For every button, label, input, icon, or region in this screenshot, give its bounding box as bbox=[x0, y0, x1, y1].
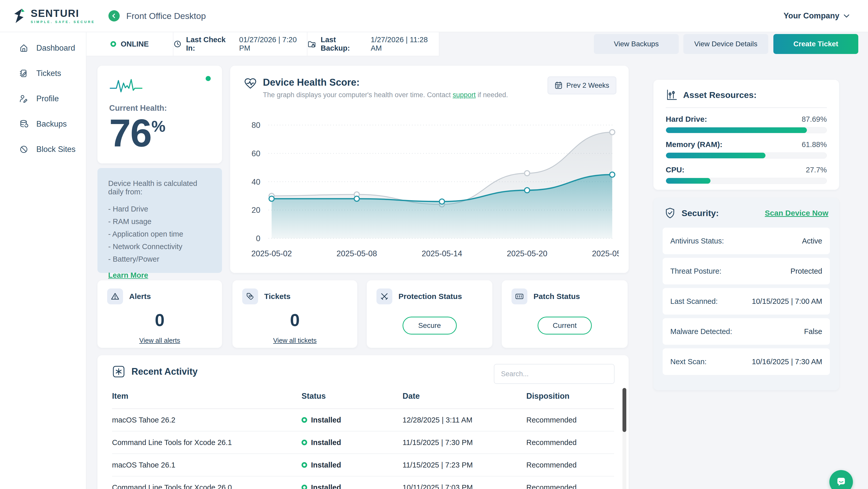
asset-resources-title: Asset Resources: bbox=[683, 90, 756, 100]
create-ticket-button[interactable]: Create Ticket bbox=[773, 34, 858, 54]
sidebar-item-backups[interactable]: Backups bbox=[0, 111, 86, 136]
tickets-label: Tickets bbox=[264, 292, 290, 301]
chevron-left-icon bbox=[111, 13, 117, 19]
recent-activity-title: Recent Activity bbox=[131, 366, 198, 377]
health-info-panel: Device Health is calculated daily from: … bbox=[97, 168, 222, 273]
view-all-tickets-link[interactable]: View all tickets bbox=[242, 337, 347, 344]
security-title: Security: bbox=[682, 208, 719, 218]
sidebar-item-profile[interactable]: Profile bbox=[0, 86, 86, 111]
hard-drive-value: 87.69% bbox=[802, 115, 827, 124]
asset-resources-card: Asset Resources: Hard Drive: 87.69% Memo… bbox=[653, 80, 839, 190]
activity-status: Installed bbox=[302, 483, 403, 489]
last-check-in: Last Check In: 01/27/2026 | 7:20 PM bbox=[173, 32, 307, 56]
view-backups-button[interactable]: View Backups bbox=[594, 34, 679, 54]
alert-triangle-icon bbox=[107, 288, 123, 304]
resource-gauge-icon bbox=[666, 89, 678, 101]
activity-item: macOS Tahoe 26.1 bbox=[112, 461, 302, 469]
activity-item: macOS Tahoe 26.2 bbox=[112, 416, 302, 424]
table-scrollbar bbox=[622, 388, 626, 489]
protection-status-card: Protection Status Secure bbox=[367, 280, 492, 348]
activity-date: 10/11/2025 | 7:03 PM bbox=[403, 483, 526, 489]
view-all-alerts-link[interactable]: View all alerts bbox=[107, 337, 212, 344]
column-disposition: Disposition bbox=[526, 392, 614, 401]
patch-status-label: Patch Status bbox=[533, 292, 580, 301]
security-row: Last Scanned: 10/15/2025 | 7:00 AM bbox=[663, 288, 830, 314]
last-backup-label: Last Backup: bbox=[321, 35, 366, 53]
hard-drive-progress bbox=[666, 127, 827, 133]
svg-text:80: 80 bbox=[252, 121, 260, 130]
last-check-in-value: 01/27/2026 | 7:20 PM bbox=[239, 35, 307, 53]
asterisk-box-icon bbox=[112, 365, 125, 378]
cpu-progress bbox=[666, 178, 827, 184]
activity-disposition: Recommended bbox=[526, 461, 614, 469]
activity-item: Command Line Tools for Xcode 26.1 bbox=[112, 438, 302, 447]
activity-disposition: Recommended bbox=[526, 438, 614, 447]
hard-drive-label: Hard Drive: bbox=[666, 115, 707, 124]
last-backup: Last Backup: 1/27/2026 | 11:28 AM bbox=[307, 32, 439, 56]
prev-2-weeks-button[interactable]: Prev 2 Weeks bbox=[548, 77, 616, 94]
sidebar-item-label: Block Sites bbox=[36, 145, 75, 154]
alerts-count: 0 bbox=[107, 310, 212, 330]
table-scrollbar-thumb[interactable] bbox=[622, 388, 626, 432]
memory-value: 61.88% bbox=[802, 141, 827, 149]
health-factor: - RAM usage bbox=[108, 217, 211, 226]
column-item: Item bbox=[112, 392, 302, 401]
tickets-count: 0 bbox=[242, 310, 347, 330]
table-row[interactable]: macOS Tahoe 26.1 Installed 11/15/2025 | … bbox=[112, 454, 614, 477]
security-card: Security: Scan Device Now Antivirus Stat… bbox=[653, 198, 839, 390]
patch-status-badge: Current bbox=[537, 317, 592, 335]
last-backup-value: 1/27/2026 | 11:28 AM bbox=[371, 35, 439, 53]
range-button-label: Prev 2 Weeks bbox=[566, 82, 609, 90]
sidebar-item-label: Dashboard bbox=[36, 43, 75, 53]
table-row[interactable]: Command Line Tools for Xcode 26.1 Instal… bbox=[112, 431, 614, 454]
health-factor: - Battery/Power bbox=[108, 255, 211, 264]
search-input[interactable] bbox=[494, 364, 615, 384]
view-device-details-button[interactable]: View Device Details bbox=[683, 34, 768, 54]
support-link[interactable]: support bbox=[453, 91, 476, 99]
online-dot-icon bbox=[111, 41, 116, 47]
patch-status-card: Patch Status Current bbox=[502, 280, 628, 348]
current-health-card: Current Health: 76% bbox=[97, 66, 222, 163]
online-status: ONLINE bbox=[87, 32, 173, 56]
cpu-value: 27.7% bbox=[806, 166, 827, 174]
sidebar-item-block-sites[interactable]: Block Sites bbox=[0, 136, 86, 162]
security-row: Next Scan: 10/16/2025 | 7:30 AM bbox=[663, 348, 830, 375]
table-row[interactable]: macOS Tahoe 26.2 Installed 12/28/2025 | … bbox=[112, 409, 614, 431]
device-status-bar: ONLINE Last Check In: 01/27/2026 | 7:20 … bbox=[87, 32, 439, 56]
chart-subtitle: The graph displays your computer's healt… bbox=[263, 91, 508, 99]
device-health-score-card: Device Health Score: The graph displays … bbox=[230, 66, 629, 273]
tag-icon bbox=[242, 288, 258, 304]
installed-dot-icon bbox=[302, 417, 307, 423]
clock-icon bbox=[174, 40, 182, 48]
security-row: Malware Detected: False bbox=[663, 318, 830, 345]
heartbeat-sparkline-icon bbox=[109, 77, 210, 95]
sidebar: Dashboard Tickets Profile Backups bbox=[0, 32, 87, 489]
svg-text:2025-05-14: 2025-05-14 bbox=[422, 249, 462, 258]
company-selector[interactable]: Your Company bbox=[784, 11, 849, 21]
sidebar-item-label: Profile bbox=[36, 94, 59, 103]
activity-date: 11/15/2025 | 7:30 PM bbox=[403, 438, 526, 447]
scan-device-now-link[interactable]: Scan Device Now bbox=[765, 209, 828, 217]
security-row: Threat Posture: Protected bbox=[663, 258, 830, 284]
back-button[interactable] bbox=[108, 10, 120, 22]
installed-dot-icon bbox=[302, 462, 307, 468]
database-restore-icon bbox=[19, 119, 29, 129]
learn-more-link[interactable]: Learn More bbox=[108, 271, 148, 279]
senturi-logo: SENTURI SIMPLE. SAFE. SECURE bbox=[13, 8, 95, 24]
activity-status: Installed bbox=[302, 438, 403, 447]
sidebar-item-tickets[interactable]: Tickets bbox=[0, 61, 86, 86]
cpu-label: CPU: bbox=[666, 165, 684, 174]
chevron-down-icon bbox=[843, 14, 849, 18]
chat-button[interactable] bbox=[829, 470, 853, 489]
top-bar: SENTURI SIMPLE. SAFE. SECURE Front Offic… bbox=[0, 0, 868, 32]
activity-status: Installed bbox=[302, 461, 403, 469]
activity-table-body: macOS Tahoe 26.2 Installed 12/28/2025 | … bbox=[112, 409, 614, 489]
home-icon bbox=[19, 43, 29, 53]
svg-text:2025-05-20: 2025-05-20 bbox=[507, 249, 548, 258]
table-row[interactable]: Command Line Tools for Xcode 26.0 Instal… bbox=[112, 477, 614, 489]
health-factors-list: - Hard Drive - RAM usage - Application o… bbox=[108, 205, 211, 264]
svg-text:40: 40 bbox=[252, 178, 260, 186]
svg-text:60: 60 bbox=[252, 149, 260, 158]
sidebar-item-dashboard[interactable]: Dashboard bbox=[0, 35, 86, 61]
recent-activity-card: Recent Activity Item Status Date Disposi… bbox=[97, 355, 629, 489]
